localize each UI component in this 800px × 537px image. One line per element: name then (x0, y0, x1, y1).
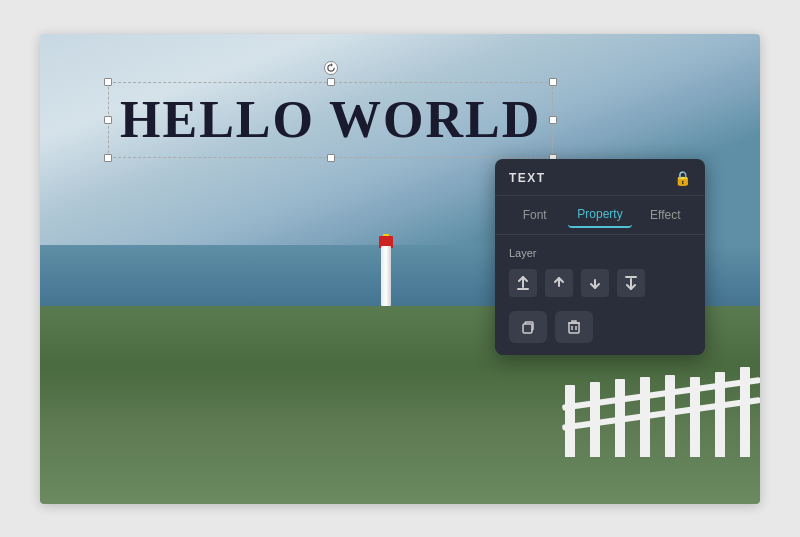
canvas: HELLO WORLD TEXT 🔒 Font Property Effect … (40, 34, 760, 504)
bring-to-front-button[interactable] (509, 269, 537, 297)
panel-tabs: Font Property Effect (495, 196, 705, 235)
hello-world-text[interactable]: HELLO WORLD (120, 94, 541, 146)
panel-title: TEXT (509, 171, 546, 185)
handle-mid-left[interactable] (104, 116, 112, 124)
panel-content: Layer (495, 235, 705, 355)
send-backward-button[interactable] (581, 269, 609, 297)
text-panel: TEXT 🔒 Font Property Effect Layer (495, 159, 705, 355)
svg-rect-6 (523, 324, 532, 333)
rotate-handle[interactable] (323, 60, 339, 76)
action-buttons (509, 311, 691, 343)
handle-top-right[interactable] (549, 78, 557, 86)
tab-font[interactable]: Font (503, 203, 566, 227)
layer-section-label: Layer (509, 247, 691, 259)
delete-button[interactable] (555, 311, 593, 343)
handle-bottom-mid[interactable] (327, 154, 335, 162)
svg-rect-7 (569, 323, 579, 333)
layer-controls (509, 269, 691, 297)
lighthouse-tower (381, 246, 391, 306)
send-to-back-button[interactable] (617, 269, 645, 297)
rotate-icon[interactable] (324, 61, 338, 75)
text-element[interactable]: HELLO WORLD (120, 94, 541, 146)
panel-header: TEXT 🔒 (495, 159, 705, 196)
handle-top-left[interactable] (104, 78, 112, 86)
bring-forward-button[interactable] (545, 269, 573, 297)
handle-bottom-left[interactable] (104, 154, 112, 162)
handle-mid-right[interactable] (549, 116, 557, 124)
fence (560, 337, 760, 457)
handle-top-mid[interactable] (327, 78, 335, 86)
lighthouse (378, 226, 394, 306)
duplicate-button[interactable] (509, 311, 547, 343)
tab-property[interactable]: Property (568, 202, 631, 228)
lock-icon[interactable]: 🔒 (673, 169, 691, 187)
tab-effect[interactable]: Effect (634, 203, 697, 227)
